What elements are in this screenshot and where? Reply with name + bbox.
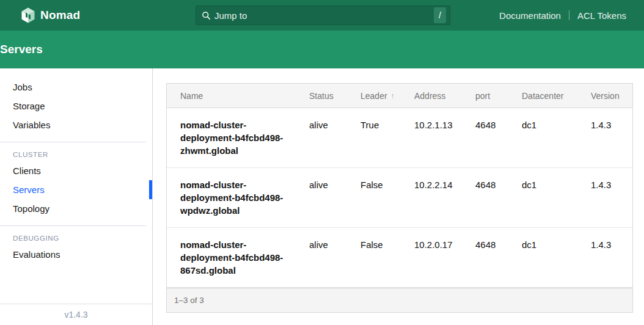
server-version: 1.4.3 — [591, 119, 632, 131]
server-name[interactable]: nomad-cluster-deployment-b4fcbd498-zhwmt… — [180, 119, 290, 157]
pagination-bar: 1–3 of 3 — [167, 288, 632, 312]
sidebar-item-topology[interactable]: Topology — [0, 199, 152, 218]
server-address: 10.2.0.17 — [414, 238, 475, 251]
search-icon — [202, 11, 211, 20]
table-header-row: Name Status Leader ↑ Address port Datace… — [167, 84, 632, 108]
column-header-leader[interactable]: Leader ↑ — [360, 91, 414, 101]
table-row[interactable]: nomad-cluster-deployment-b4fcbd498-wpdwz… — [167, 168, 632, 228]
sidebar-item-storage[interactable]: Storage — [0, 97, 152, 115]
search-placeholder: Jump to — [214, 10, 434, 21]
page-header-bar: Servers — [0, 31, 644, 68]
server-datacenter: dc1 — [522, 178, 591, 191]
app-title: Nomad — [40, 9, 80, 22]
server-leader: True — [360, 119, 414, 131]
sidebar-item-clients[interactable]: Clients — [0, 161, 152, 180]
server-datacenter: dc1 — [522, 119, 591, 131]
column-header-status[interactable]: Status — [309, 91, 360, 101]
server-status: alive — [309, 178, 360, 191]
pagination-range: 1–3 of 3 — [174, 296, 204, 305]
server-version: 1.4.3 — [591, 238, 632, 251]
sidebar-item-servers[interactable]: Servers — [0, 180, 152, 199]
server-leader: False — [360, 178, 414, 191]
sidebar-item-jobs[interactable]: Jobs — [0, 78, 152, 97]
server-port: 4648 — [475, 238, 522, 251]
table-row[interactable]: nomad-cluster-deployment-b4fcbd498-867sd… — [167, 228, 632, 288]
server-port: 4648 — [475, 119, 522, 131]
sidebar-section-cluster: CLUSTER — [0, 148, 152, 161]
table-row[interactable]: nomad-cluster-deployment-b4fcbd498-zhwmt… — [167, 108, 632, 168]
topnav-links: Documentation ACL Tokens — [499, 10, 626, 21]
column-header-leader-label: Leader — [360, 91, 387, 101]
jump-to-search-input[interactable]: Jump to / — [196, 5, 450, 25]
sidebar-divider — [0, 225, 146, 226]
column-header-port[interactable]: port — [475, 91, 522, 101]
server-datacenter: dc1 — [522, 238, 591, 251]
sidebar-section-debugging: DEBUGGING — [0, 232, 152, 245]
link-separator — [569, 10, 569, 20]
sidebar-version: v1.4.3 — [0, 304, 152, 325]
server-name[interactable]: nomad-cluster-deployment-b4fcbd498-wpdwz… — [180, 178, 290, 217]
main-content: Name Status Leader ↑ Address port Datace… — [153, 68, 644, 325]
top-navbar: Nomad Jump to / Documentation ACL Tokens — [0, 0, 644, 31]
brand[interactable]: Nomad — [21, 7, 80, 23]
server-leader: False — [360, 238, 414, 251]
server-status: alive — [309, 119, 360, 131]
acl-tokens-link[interactable]: ACL Tokens — [577, 10, 626, 21]
column-header-datacenter[interactable]: Datacenter — [522, 91, 591, 101]
sidebar-item-variables[interactable]: Variables — [0, 115, 152, 134]
sidebar: Jobs Storage Variables CLUSTER Clients S… — [0, 68, 153, 325]
server-status: alive — [309, 238, 360, 251]
servers-table: Name Status Leader ↑ Address port Datace… — [166, 83, 633, 313]
documentation-link[interactable]: Documentation — [499, 10, 561, 21]
server-version: 1.4.3 — [591, 178, 632, 191]
keyboard-shortcut-badge: / — [434, 7, 446, 23]
sort-ascending-icon: ↑ — [391, 92, 395, 100]
server-name[interactable]: nomad-cluster-deployment-b4fcbd498-867sd… — [180, 238, 290, 277]
server-port: 4648 — [475, 178, 522, 191]
sidebar-item-evaluations[interactable]: Evaluations — [0, 245, 152, 264]
nomad-logo-icon — [21, 7, 35, 23]
server-address: 10.2.2.14 — [414, 178, 475, 191]
sidebar-divider — [0, 142, 146, 142]
server-address: 10.2.1.13 — [414, 119, 475, 131]
column-header-version[interactable]: Version — [591, 91, 632, 101]
page-title: Servers — [0, 43, 43, 56]
column-header-address[interactable]: Address — [414, 91, 475, 101]
column-header-name[interactable]: Name — [180, 91, 309, 101]
